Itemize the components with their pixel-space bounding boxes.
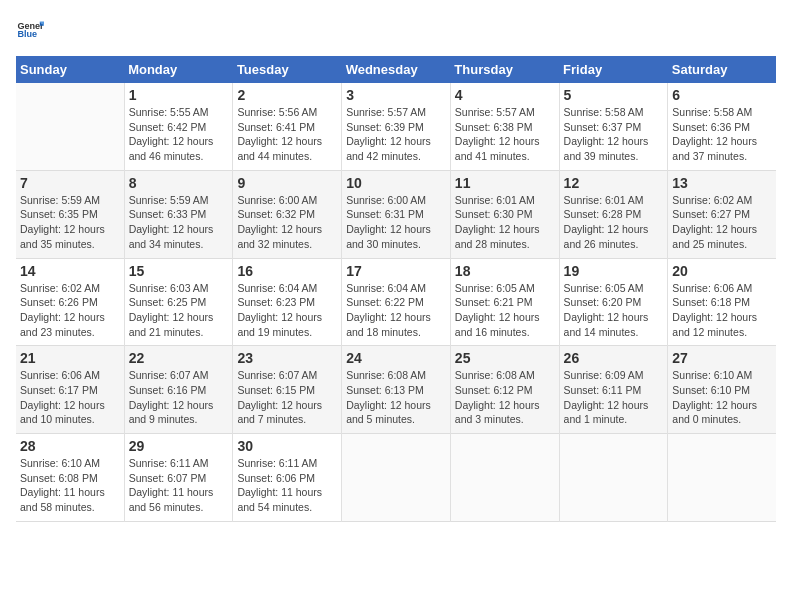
day-info: Sunrise: 6:04 AMSunset: 6:22 PMDaylight:…: [346, 281, 446, 340]
day-number: 28: [20, 438, 120, 454]
calendar-cell: [559, 434, 668, 522]
day-info: Sunrise: 5:55 AMSunset: 6:42 PMDaylight:…: [129, 105, 229, 164]
calendar-cell: 5Sunrise: 5:58 AMSunset: 6:37 PMDaylight…: [559, 83, 668, 170]
calendar-week-row: 1Sunrise: 5:55 AMSunset: 6:42 PMDaylight…: [16, 83, 776, 170]
day-number: 5: [564, 87, 664, 103]
calendar-cell: 28Sunrise: 6:10 AMSunset: 6:08 PMDayligh…: [16, 434, 124, 522]
calendar-cell: 22Sunrise: 6:07 AMSunset: 6:16 PMDayligh…: [124, 346, 233, 434]
calendar-cell: 17Sunrise: 6:04 AMSunset: 6:22 PMDayligh…: [342, 258, 451, 346]
day-info: Sunrise: 6:01 AMSunset: 6:28 PMDaylight:…: [564, 193, 664, 252]
calendar-cell: 24Sunrise: 6:08 AMSunset: 6:13 PMDayligh…: [342, 346, 451, 434]
day-number: 27: [672, 350, 772, 366]
day-number: 6: [672, 87, 772, 103]
calendar-week-row: 7Sunrise: 5:59 AMSunset: 6:35 PMDaylight…: [16, 170, 776, 258]
day-number: 24: [346, 350, 446, 366]
logo-icon: General Blue: [16, 16, 44, 44]
day-info: Sunrise: 5:57 AMSunset: 6:39 PMDaylight:…: [346, 105, 446, 164]
weekday-header-saturday: Saturday: [668, 56, 776, 83]
calendar-cell: 11Sunrise: 6:01 AMSunset: 6:30 PMDayligh…: [450, 170, 559, 258]
weekday-header-wednesday: Wednesday: [342, 56, 451, 83]
day-info: Sunrise: 6:06 AMSunset: 6:18 PMDaylight:…: [672, 281, 772, 340]
day-number: 22: [129, 350, 229, 366]
day-number: 16: [237, 263, 337, 279]
calendar-cell: [450, 434, 559, 522]
day-info: Sunrise: 5:57 AMSunset: 6:38 PMDaylight:…: [455, 105, 555, 164]
calendar-cell: 8Sunrise: 5:59 AMSunset: 6:33 PMDaylight…: [124, 170, 233, 258]
day-info: Sunrise: 6:01 AMSunset: 6:30 PMDaylight:…: [455, 193, 555, 252]
calendar-cell: 20Sunrise: 6:06 AMSunset: 6:18 PMDayligh…: [668, 258, 776, 346]
calendar-cell: 4Sunrise: 5:57 AMSunset: 6:38 PMDaylight…: [450, 83, 559, 170]
day-number: 21: [20, 350, 120, 366]
day-info: Sunrise: 6:11 AMSunset: 6:07 PMDaylight:…: [129, 456, 229, 515]
calendar-cell: 3Sunrise: 5:57 AMSunset: 6:39 PMDaylight…: [342, 83, 451, 170]
calendar-cell: 23Sunrise: 6:07 AMSunset: 6:15 PMDayligh…: [233, 346, 342, 434]
day-number: 19: [564, 263, 664, 279]
day-number: 1: [129, 87, 229, 103]
day-number: 12: [564, 175, 664, 191]
calendar-cell: 27Sunrise: 6:10 AMSunset: 6:10 PMDayligh…: [668, 346, 776, 434]
day-info: Sunrise: 6:11 AMSunset: 6:06 PMDaylight:…: [237, 456, 337, 515]
calendar-cell: 1Sunrise: 5:55 AMSunset: 6:42 PMDaylight…: [124, 83, 233, 170]
calendar-week-row: 14Sunrise: 6:02 AMSunset: 6:26 PMDayligh…: [16, 258, 776, 346]
calendar-table: SundayMondayTuesdayWednesdayThursdayFrid…: [16, 56, 776, 522]
day-number: 10: [346, 175, 446, 191]
day-info: Sunrise: 6:10 AMSunset: 6:10 PMDaylight:…: [672, 368, 772, 427]
day-info: Sunrise: 6:08 AMSunset: 6:13 PMDaylight:…: [346, 368, 446, 427]
day-number: 17: [346, 263, 446, 279]
day-number: 7: [20, 175, 120, 191]
day-info: Sunrise: 6:08 AMSunset: 6:12 PMDaylight:…: [455, 368, 555, 427]
day-info: Sunrise: 6:00 AMSunset: 6:32 PMDaylight:…: [237, 193, 337, 252]
calendar-cell: 16Sunrise: 6:04 AMSunset: 6:23 PMDayligh…: [233, 258, 342, 346]
calendar-week-row: 21Sunrise: 6:06 AMSunset: 6:17 PMDayligh…: [16, 346, 776, 434]
day-number: 30: [237, 438, 337, 454]
day-number: 25: [455, 350, 555, 366]
calendar-week-row: 28Sunrise: 6:10 AMSunset: 6:08 PMDayligh…: [16, 434, 776, 522]
calendar-cell: 18Sunrise: 6:05 AMSunset: 6:21 PMDayligh…: [450, 258, 559, 346]
calendar-cell: [342, 434, 451, 522]
calendar-header: SundayMondayTuesdayWednesdayThursdayFrid…: [16, 56, 776, 83]
calendar-cell: [16, 83, 124, 170]
calendar-cell: 15Sunrise: 6:03 AMSunset: 6:25 PMDayligh…: [124, 258, 233, 346]
day-number: 9: [237, 175, 337, 191]
day-info: Sunrise: 6:10 AMSunset: 6:08 PMDaylight:…: [20, 456, 120, 515]
day-number: 20: [672, 263, 772, 279]
day-info: Sunrise: 5:58 AMSunset: 6:37 PMDaylight:…: [564, 105, 664, 164]
day-info: Sunrise: 6:05 AMSunset: 6:20 PMDaylight:…: [564, 281, 664, 340]
calendar-cell: 10Sunrise: 6:00 AMSunset: 6:31 PMDayligh…: [342, 170, 451, 258]
calendar-cell: 29Sunrise: 6:11 AMSunset: 6:07 PMDayligh…: [124, 434, 233, 522]
day-number: 14: [20, 263, 120, 279]
day-number: 2: [237, 87, 337, 103]
day-number: 29: [129, 438, 229, 454]
calendar-cell: 30Sunrise: 6:11 AMSunset: 6:06 PMDayligh…: [233, 434, 342, 522]
day-number: 23: [237, 350, 337, 366]
calendar-cell: 2Sunrise: 5:56 AMSunset: 6:41 PMDaylight…: [233, 83, 342, 170]
calendar-cell: 25Sunrise: 6:08 AMSunset: 6:12 PMDayligh…: [450, 346, 559, 434]
svg-text:Blue: Blue: [17, 29, 37, 39]
day-number: 13: [672, 175, 772, 191]
calendar-cell: 14Sunrise: 6:02 AMSunset: 6:26 PMDayligh…: [16, 258, 124, 346]
day-info: Sunrise: 6:06 AMSunset: 6:17 PMDaylight:…: [20, 368, 120, 427]
calendar-cell: 6Sunrise: 5:58 AMSunset: 6:36 PMDaylight…: [668, 83, 776, 170]
day-info: Sunrise: 5:59 AMSunset: 6:33 PMDaylight:…: [129, 193, 229, 252]
day-info: Sunrise: 6:07 AMSunset: 6:15 PMDaylight:…: [237, 368, 337, 427]
weekday-header-friday: Friday: [559, 56, 668, 83]
day-info: Sunrise: 6:04 AMSunset: 6:23 PMDaylight:…: [237, 281, 337, 340]
calendar-cell: [668, 434, 776, 522]
day-number: 8: [129, 175, 229, 191]
day-info: Sunrise: 6:03 AMSunset: 6:25 PMDaylight:…: [129, 281, 229, 340]
day-info: Sunrise: 6:05 AMSunset: 6:21 PMDaylight:…: [455, 281, 555, 340]
day-number: 18: [455, 263, 555, 279]
calendar-cell: 9Sunrise: 6:00 AMSunset: 6:32 PMDaylight…: [233, 170, 342, 258]
day-info: Sunrise: 6:02 AMSunset: 6:27 PMDaylight:…: [672, 193, 772, 252]
day-number: 11: [455, 175, 555, 191]
calendar-cell: 21Sunrise: 6:06 AMSunset: 6:17 PMDayligh…: [16, 346, 124, 434]
header: General Blue: [16, 16, 776, 44]
calendar-body: 1Sunrise: 5:55 AMSunset: 6:42 PMDaylight…: [16, 83, 776, 521]
day-number: 26: [564, 350, 664, 366]
weekday-header-sunday: Sunday: [16, 56, 124, 83]
day-number: 15: [129, 263, 229, 279]
day-info: Sunrise: 6:09 AMSunset: 6:11 PMDaylight:…: [564, 368, 664, 427]
calendar-cell: 13Sunrise: 6:02 AMSunset: 6:27 PMDayligh…: [668, 170, 776, 258]
weekday-header-row: SundayMondayTuesdayWednesdayThursdayFrid…: [16, 56, 776, 83]
calendar-cell: 12Sunrise: 6:01 AMSunset: 6:28 PMDayligh…: [559, 170, 668, 258]
